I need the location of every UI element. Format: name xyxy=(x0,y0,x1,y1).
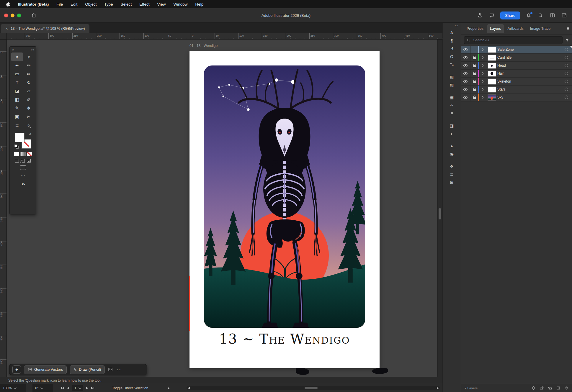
none-button[interactable] xyxy=(27,152,32,156)
expand-chevron-icon[interactable] xyxy=(479,73,485,74)
zoom-level-select[interactable]: 108% xyxy=(0,384,26,392)
character-styles-panel[interactable]: Ta xyxy=(443,60,461,68)
layer-name[interactable]: Stars xyxy=(497,87,565,91)
share-button[interactable]: Share xyxy=(500,12,520,19)
opentype-panel[interactable]: O xyxy=(443,53,461,60)
search-icon[interactable] xyxy=(537,12,544,19)
lock-toggle[interactable] xyxy=(470,94,478,101)
pencil-tool[interactable]: ✎ xyxy=(11,104,23,112)
toolbar-close-icon[interactable] xyxy=(12,48,14,51)
status-expand-icon[interactable] xyxy=(168,386,170,390)
menu-effect[interactable]: Effect xyxy=(139,2,149,6)
layer-row-safe-zone[interactable]: Safe Zone xyxy=(461,46,572,54)
transform-panel[interactable]: ⊞ xyxy=(443,178,461,186)
align-tool[interactable]: ≣ xyxy=(11,121,23,129)
brushes-panel[interactable]: ✑ xyxy=(443,101,461,109)
menu-select[interactable]: Select xyxy=(121,2,132,6)
tab-close-icon[interactable] xyxy=(5,27,8,31)
eraser-tool[interactable]: ◪ xyxy=(11,87,23,95)
artboard-card[interactable]: 13 ~ The Wendigo xyxy=(189,51,380,368)
panel-menu-icon[interactable] xyxy=(567,26,569,31)
tab-layers[interactable]: Layers xyxy=(487,24,504,33)
make-clipping-mask-icon[interactable] xyxy=(540,386,544,390)
rotation-select[interactable]: 0° xyxy=(32,384,53,392)
filter-icon[interactable] xyxy=(565,38,569,42)
layer-name[interactable]: Safe Zone xyxy=(497,47,565,52)
more-options-button[interactable] xyxy=(117,367,122,373)
locate-object-icon[interactable] xyxy=(531,386,536,390)
panel-toggle-icon[interactable] xyxy=(561,12,567,19)
generate-vectors-button[interactable]: Generate Vectors xyxy=(24,365,67,374)
search-input[interactable] xyxy=(473,38,560,42)
first-artboard-button[interactable] xyxy=(61,387,64,389)
ai-sparkle-button[interactable] xyxy=(12,365,21,374)
document-tab[interactable]: 13 – The Wendigo.ai* @ 108 % (RGB/Previe… xyxy=(1,24,89,33)
color-guide-panel[interactable]: ▨ xyxy=(443,81,461,89)
vertical-scrollbar[interactable] xyxy=(437,40,442,377)
layer-name[interactable]: Head xyxy=(497,63,565,68)
arrange-documents-icon[interactable] xyxy=(549,12,555,19)
gradient-tool[interactable]: ◧ xyxy=(11,95,23,104)
rectangle-tool[interactable]: ▭ xyxy=(11,70,23,78)
zoom-tool[interactable]: ○ xyxy=(23,121,35,129)
zoom-window-button[interactable] xyxy=(17,14,21,17)
menu-type[interactable]: Type xyxy=(104,2,113,6)
menu-illustrator[interactable]: Illustrator (Beta) xyxy=(18,2,49,6)
fill-swatch[interactable] xyxy=(15,133,24,142)
direct-selection-tool[interactable]: ➤ xyxy=(23,53,35,61)
artboard-label[interactable]: 01 - 13 - Wendigo xyxy=(189,44,218,48)
gradient-button[interactable] xyxy=(20,152,26,156)
layer-thumbnail[interactable] xyxy=(488,78,496,85)
last-artboard-button[interactable] xyxy=(91,387,94,389)
layer-target-circle[interactable] xyxy=(565,80,568,83)
layer-row-skeleton[interactable]: Skeleton xyxy=(461,78,572,86)
layer-target-circle[interactable] xyxy=(565,88,568,91)
layer-row-head[interactable]: Head xyxy=(461,62,572,70)
vertical-ruler[interactable]: 050100150200250300350400450500550600650 xyxy=(0,40,7,377)
appearance-panel[interactable]: ● xyxy=(443,142,461,150)
more-tools-button[interactable] xyxy=(21,172,25,178)
horizontal-scrollbar[interactable] xyxy=(187,386,440,390)
layer-name[interactable]: CardTitle xyxy=(497,55,565,60)
previous-artboard-button[interactable] xyxy=(67,387,69,389)
vertical-scroll-thumb[interactable] xyxy=(439,208,441,219)
draw-inside-button[interactable] xyxy=(27,159,31,163)
type-tool[interactable]: T xyxy=(11,78,23,87)
expand-chevron-icon[interactable] xyxy=(479,81,485,82)
transparency-panel[interactable]: ◐ xyxy=(443,129,461,137)
toolbar-collapse-icon[interactable] xyxy=(31,48,34,51)
reference-image-button[interactable] xyxy=(108,367,113,372)
horizontal-scroll-thumb[interactable] xyxy=(305,387,318,389)
layer-row-hair[interactable]: Hair xyxy=(461,70,572,78)
close-window-button[interactable] xyxy=(4,14,8,17)
layer-thumbnail[interactable] xyxy=(488,94,496,101)
layer-target-circle[interactable] xyxy=(565,72,568,75)
color-panel[interactable]: ▧ xyxy=(443,73,461,81)
draw-behind-button[interactable] xyxy=(21,159,25,163)
layer-row-card-title[interactable]: CardTitle xyxy=(461,54,572,62)
layer-target-circle[interactable] xyxy=(565,56,568,59)
visibility-toggle[interactable] xyxy=(461,70,470,77)
rotate-tool[interactable]: ↻ xyxy=(23,78,35,87)
blend-tool[interactable]: ❖ xyxy=(23,104,35,112)
gradient-panel[interactable]: ◨ xyxy=(443,122,461,129)
character-panel[interactable]: A xyxy=(443,29,461,37)
lock-toggle[interactable] xyxy=(470,78,478,85)
tab-artboards[interactable]: Artboards xyxy=(505,24,526,33)
expand-chevron-icon[interactable] xyxy=(479,57,485,58)
home-button[interactable] xyxy=(31,13,37,18)
layer-row-sky[interactable]: Sky xyxy=(461,94,572,101)
menu-view[interactable]: View xyxy=(157,2,166,6)
visibility-toggle[interactable] xyxy=(461,46,470,53)
lock-toggle[interactable] xyxy=(470,86,478,93)
expand-chevron-icon[interactable] xyxy=(479,65,485,66)
edit-toolbar-sparkle-icon[interactable] xyxy=(21,181,24,186)
beta-feedback-icon[interactable] xyxy=(477,12,483,19)
draw-normal-button[interactable] xyxy=(15,159,19,163)
layer-name[interactable]: Hair xyxy=(497,71,565,76)
paintbrush-tool[interactable]: ✑ xyxy=(23,70,35,78)
visibility-toggle[interactable] xyxy=(461,62,470,69)
scale-tool[interactable]: ▱ xyxy=(23,87,35,95)
tab-image-trace[interactable]: Image Trace xyxy=(527,24,553,33)
tab-properties[interactable]: Properties xyxy=(464,24,486,33)
